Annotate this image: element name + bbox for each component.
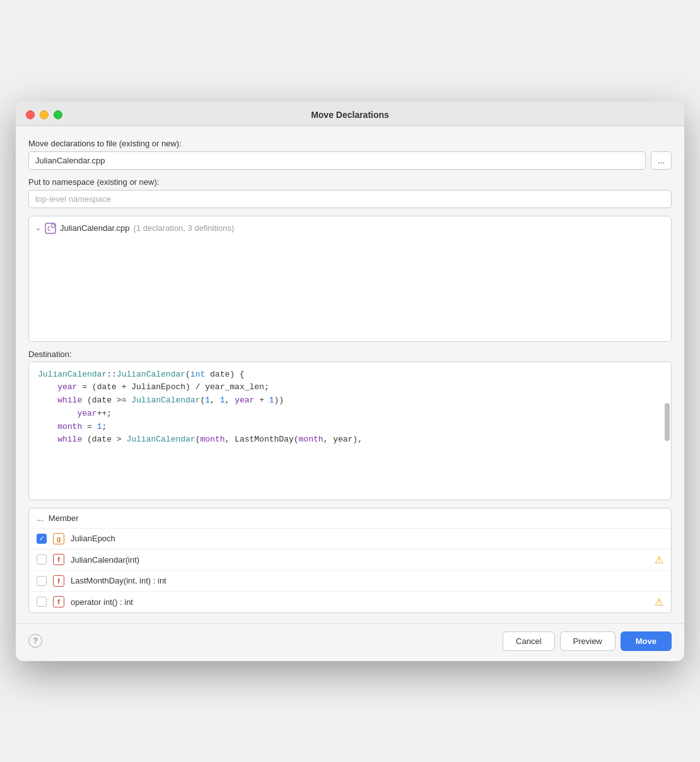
file-input-row: ... — [28, 151, 672, 170]
file-cpp-icon: C + — [45, 223, 56, 234]
namespace-input[interactable] — [28, 190, 672, 208]
namespace-input-label: Put to namespace (existing or new): — [28, 177, 672, 187]
member-badge-f-3: f — [53, 575, 64, 587]
members-panel: ... Member g JulianEpoch f JulianCalenda… — [28, 508, 672, 613]
code-line-4: year++; — [38, 407, 662, 421]
warning-icon-2: ⚠ — [655, 554, 663, 566]
minimize-button[interactable] — [40, 110, 49, 119]
member-row: f operator int() : int ⚠ — [29, 592, 671, 613]
members-dots: ... — [37, 513, 44, 523]
code-line-6: while (date > JulianCalendar(month, Last… — [38, 433, 662, 447]
browse-button[interactable]: ... — [651, 151, 672, 170]
member-badge-g-1: g — [53, 533, 64, 544]
member-checkbox-3[interactable] — [37, 576, 47, 586]
code-scroll[interactable]: JulianCalendar::JulianCalendar(int date)… — [29, 362, 671, 500]
member-checkbox-4[interactable] — [37, 597, 47, 607]
preview-button[interactable]: Preview — [560, 631, 615, 651]
member-row: g JulianEpoch — [29, 529, 671, 549]
help-button[interactable]: ? — [28, 634, 42, 648]
members-header-label: Member — [49, 513, 79, 523]
warning-icon-4: ⚠ — [655, 596, 663, 608]
member-name-2: JulianCalendar(int) — [71, 555, 648, 565]
footer-buttons: Cancel Preview Move — [503, 631, 672, 651]
namespace-input-section: Put to namespace (existing or new): — [28, 177, 672, 208]
member-checkbox-2[interactable] — [37, 554, 47, 565]
declarations-meta: (1 declaration, 3 definitions) — [134, 223, 235, 233]
code-line-5: month = 1; — [38, 421, 662, 434]
close-button[interactable] — [26, 110, 35, 119]
code-panel: JulianCalendar::JulianCalendar(int date)… — [28, 361, 672, 500]
dialog-body: Move declarations to file (existing or n… — [16, 126, 684, 623]
member-name-1: JulianEpoch — [71, 534, 663, 543]
file-input-label: Move declarations to file (existing or n… — [28, 139, 672, 148]
file-input-section: Move declarations to file (existing or n… — [28, 139, 672, 170]
move-declarations-dialog: Move Declarations Move declarations to f… — [16, 102, 684, 661]
member-row: f JulianCalendar(int) ⚠ — [29, 549, 671, 571]
chevron-down-icon[interactable]: ⌄ — [35, 224, 41, 232]
scrollbar-thumb[interactable] — [665, 403, 670, 441]
declarations-header: ⌄ C + JulianCalendar.cpp (1 declaration,… — [35, 223, 665, 234]
member-badge-f-4: f — [53, 596, 64, 607]
svg-text:+: + — [52, 225, 54, 228]
svg-text:C: C — [47, 226, 50, 232]
destination-label: Destination: — [28, 349, 672, 359]
destination-section: Destination: JulianCalendar::JulianCalen… — [28, 349, 672, 500]
cancel-button[interactable]: Cancel — [503, 631, 554, 651]
title-bar: Move Declarations — [16, 102, 684, 126]
member-badge-f-2: f — [53, 554, 64, 565]
code-line-1: JulianCalendar::JulianCalendar(int date)… — [38, 368, 662, 382]
code-line-3: while (date >= JulianCalendar(1, 1, year… — [38, 394, 662, 407]
dialog-footer: ? Cancel Preview Move — [16, 623, 684, 661]
declarations-filename: JulianCalendar.cpp — [60, 223, 130, 233]
members-header: ... Member — [29, 508, 671, 529]
member-name-4: operator int() : int — [71, 597, 648, 607]
scrollbar-track — [663, 362, 671, 500]
member-name-3: LastMonthDay(int, int) : int — [71, 576, 663, 585]
declarations-panel: ⌄ C + JulianCalendar.cpp (1 declaration,… — [28, 216, 672, 342]
member-row: f LastMonthDay(int, int) : int — [29, 571, 671, 592]
file-input[interactable] — [28, 151, 646, 170]
maximize-button[interactable] — [54, 110, 62, 119]
move-button[interactable]: Move — [621, 631, 672, 651]
member-checkbox-1[interactable] — [37, 534, 47, 544]
dialog-title: Move Declarations — [311, 110, 389, 120]
code-line-2: year = (date + JulianEpoch) / year_max_l… — [38, 381, 662, 394]
traffic-lights — [26, 110, 62, 119]
